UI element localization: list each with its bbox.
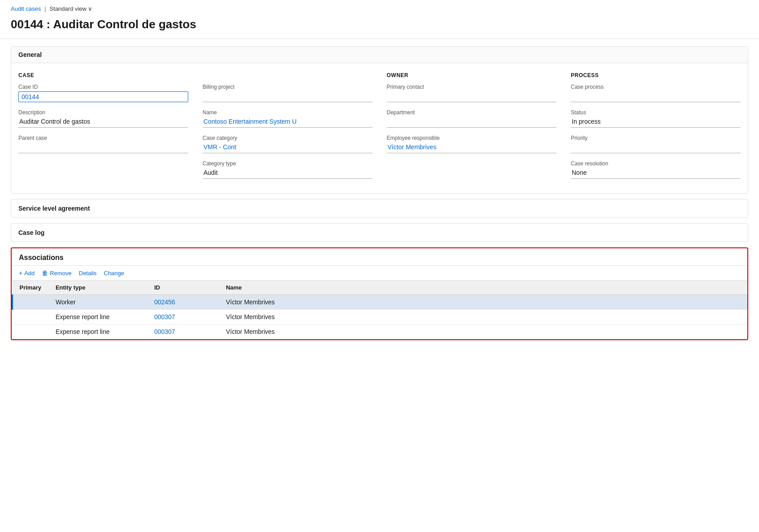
id-link[interactable]: 000307 bbox=[154, 328, 175, 335]
process-group-header: PROCESS bbox=[571, 72, 741, 78]
category-type-field: Category type Audit bbox=[203, 160, 373, 179]
status-value: In process bbox=[571, 117, 741, 128]
cell-id: 000307 bbox=[147, 324, 219, 339]
caselog-header-label: Case log bbox=[18, 229, 44, 236]
employee-responsible-field: Employee responsible Víctor Membrives bbox=[387, 135, 557, 153]
add-label: Add bbox=[24, 270, 35, 277]
priority-value bbox=[571, 143, 741, 153]
owner-group-header: OWNER bbox=[387, 72, 557, 78]
cell-primary bbox=[13, 310, 48, 324]
case-process-label: Case process bbox=[571, 84, 741, 90]
associations-table: Primary Entity type ID Name Worker 00245… bbox=[12, 281, 747, 339]
case-resolution-value: None bbox=[571, 168, 741, 179]
breadcrumb-separator: | bbox=[44, 5, 46, 12]
trash-icon: 🗑 bbox=[42, 269, 48, 277]
associations-header: Associations bbox=[12, 248, 747, 266]
associations-section: Associations + Add 🗑 Remove Details Chan… bbox=[11, 247, 748, 340]
case-category-field: Case category VMR - Cont bbox=[203, 135, 373, 153]
cell-id: 002456 bbox=[147, 295, 219, 310]
caselog-header[interactable]: Case log bbox=[11, 224, 748, 242]
general-section-header: General bbox=[11, 47, 748, 63]
cell-name: Víctor Membrives bbox=[219, 310, 747, 324]
parent-case-value bbox=[18, 143, 188, 153]
col-header-id: ID bbox=[147, 281, 219, 295]
cell-name: Víctor Membrives bbox=[219, 324, 747, 339]
case-column: CASE Case ID 00144 Description Auditar C… bbox=[18, 70, 188, 186]
view-selector[interactable]: Standard view ∨ bbox=[50, 5, 92, 12]
add-icon: + bbox=[19, 269, 22, 277]
primary-contact-field: Primary contact bbox=[387, 84, 557, 102]
fields-grid: CASE Case ID 00144 Description Auditar C… bbox=[18, 70, 741, 186]
general-section: General CASE Case ID 00144 Description A… bbox=[11, 46, 748, 194]
name-label: Name bbox=[203, 109, 373, 116]
status-label: Status bbox=[571, 109, 741, 116]
table-row[interactable]: Expense report line 000307 Víctor Membri… bbox=[13, 324, 748, 339]
col-header-entity-type: Entity type bbox=[48, 281, 147, 295]
case-category-value[interactable]: VMR - Cont bbox=[203, 143, 373, 153]
chevron-down-icon: ∨ bbox=[88, 5, 92, 12]
name-value[interactable]: Contoso Entertainment System U bbox=[203, 117, 373, 128]
priority-label: Priority bbox=[571, 135, 741, 141]
col-header-name: Name bbox=[219, 281, 747, 295]
case-process-value bbox=[571, 91, 741, 102]
parent-case-label: Parent case bbox=[18, 135, 188, 141]
billing-column: Billing project Name Contoso Entertainme… bbox=[203, 70, 373, 186]
case-id-field: Case ID 00144 bbox=[18, 84, 188, 102]
remove-label: Remove bbox=[50, 270, 71, 277]
employee-responsible-label: Employee responsible bbox=[387, 135, 557, 141]
description-label: Description bbox=[18, 109, 188, 116]
case-resolution-label: Case resolution bbox=[571, 160, 741, 167]
cell-entity-type: Expense report line bbox=[48, 310, 147, 324]
view-selector-label: Standard view bbox=[50, 5, 87, 12]
category-type-value: Audit bbox=[203, 168, 373, 179]
billing-project-label: Billing project bbox=[203, 84, 373, 90]
caselog-section: Case log bbox=[11, 223, 748, 242]
cell-entity-type: Worker bbox=[48, 295, 147, 310]
employee-responsible-value[interactable]: Víctor Membrives bbox=[387, 143, 557, 153]
description-value: Auditar Control de gastos bbox=[18, 117, 188, 128]
top-bar: Audit cases | Standard view ∨ 00144 : Au… bbox=[0, 0, 759, 39]
page-title: 00144 : Auditar Control de gastos bbox=[11, 14, 748, 37]
general-section-body: CASE Case ID 00144 Description Auditar C… bbox=[11, 63, 748, 193]
page-container: Audit cases | Standard view ∨ 00144 : Au… bbox=[0, 0, 759, 532]
cell-entity-type: Expense report line bbox=[48, 324, 147, 339]
sla-header-label: Service level agreement bbox=[18, 205, 90, 212]
remove-button[interactable]: 🗑 Remove bbox=[42, 269, 71, 277]
owner-column: OWNER Primary contact Department Employe… bbox=[387, 70, 557, 186]
parent-case-field: Parent case bbox=[18, 135, 188, 153]
priority-field: Priority bbox=[571, 135, 741, 153]
change-button[interactable]: Change bbox=[104, 270, 125, 277]
sla-section: Service level agreement bbox=[11, 199, 748, 218]
primary-contact-value bbox=[387, 91, 557, 102]
name-field: Name Contoso Entertainment System U bbox=[203, 109, 373, 128]
table-row[interactable]: Worker 002456 Víctor Membrives bbox=[13, 295, 748, 310]
col-header-primary: Primary bbox=[13, 281, 48, 295]
billing-project-field: Billing project bbox=[203, 84, 373, 102]
case-category-label: Case category bbox=[203, 135, 373, 141]
add-button[interactable]: + Add bbox=[19, 269, 35, 277]
table-header-row: Primary Entity type ID Name bbox=[13, 281, 748, 295]
department-field: Department bbox=[387, 109, 557, 128]
id-link[interactable]: 000307 bbox=[154, 313, 175, 320]
breadcrumb-row: Audit cases | Standard view ∨ bbox=[11, 5, 748, 12]
main-content: General CASE Case ID 00144 Description A… bbox=[0, 39, 759, 353]
case-group-header: CASE bbox=[18, 72, 188, 78]
category-type-label: Category type bbox=[203, 160, 373, 167]
department-value bbox=[387, 117, 557, 128]
case-id-label: Case ID bbox=[18, 84, 188, 90]
sla-header[interactable]: Service level agreement bbox=[11, 199, 748, 217]
associations-toolbar: + Add 🗑 Remove Details Change bbox=[12, 266, 747, 281]
breadcrumb-audit-cases-link[interactable]: Audit cases bbox=[11, 5, 41, 12]
details-button[interactable]: Details bbox=[79, 270, 97, 277]
primary-contact-label: Primary contact bbox=[387, 84, 557, 90]
process-column: PROCESS Case process Status In process P… bbox=[571, 70, 741, 186]
cell-name: Víctor Membrives bbox=[219, 295, 747, 310]
case-resolution-field: Case resolution None bbox=[571, 160, 741, 179]
status-field: Status In process bbox=[571, 109, 741, 128]
table-row[interactable]: Expense report line 000307 Víctor Membri… bbox=[13, 310, 748, 324]
case-id-value[interactable]: 00144 bbox=[18, 91, 188, 102]
id-link[interactable]: 002456 bbox=[154, 298, 175, 306]
description-field: Description Auditar Control de gastos bbox=[18, 109, 188, 128]
cell-id: 000307 bbox=[147, 310, 219, 324]
billing-project-value bbox=[203, 91, 373, 102]
